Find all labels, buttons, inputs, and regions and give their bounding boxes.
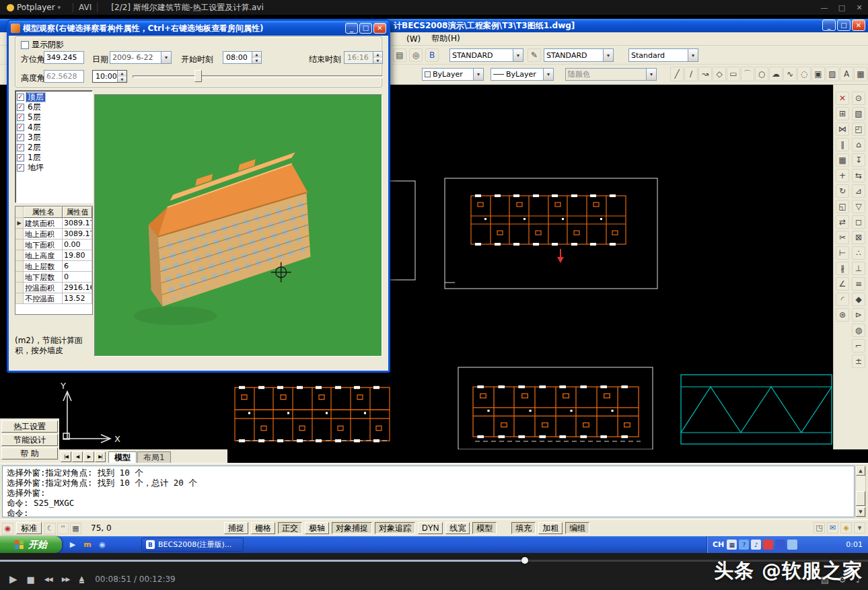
quick-dim-icon[interactable]: ▽ [852,200,865,213]
chevron-down-icon[interactable] [688,49,698,61]
center-mark-icon[interactable]: ≡ [852,277,865,291]
table-row[interactable]: 地上层数 6 [15,261,92,272]
model-3d-viewport[interactable] [94,94,382,357]
becs-icon[interactable]: B [425,48,439,62]
explode-icon[interactable]: ⊛ [836,308,849,322]
text-style-combo[interactable]: STANDARD [449,48,523,62]
player-minimize-button[interactable]: — [816,0,833,15]
dim-update-icon[interactable]: ◍ [852,324,865,337]
tray-network-icon[interactable] [787,540,797,550]
show-shadow-checkbox[interactable]: 显示阴影 [21,39,64,50]
workspace-label[interactable]: 标准 [16,522,42,534]
chevron-down-icon[interactable] [161,52,171,63]
moon-mini-icon[interactable]: ☾ [44,523,56,534]
menu-item[interactable]: 帮助(H) [426,33,465,44]
table-style-combo[interactable]: Standard [628,48,698,62]
table-row[interactable]: 地上高度 19.80 [15,250,92,261]
thermal-settings-button[interactable]: 热工设置 [1,420,58,433]
dialog-maximize-button[interactable]: □ [359,23,372,34]
toggle-model[interactable]: 模型 [472,522,497,534]
quote-mini-icon[interactable]: '' [57,523,69,534]
quicklaunch-media-icon[interactable]: ◉ [97,539,108,550]
floor-item[interactable]: ✓ 1层 [17,153,91,162]
tab-model[interactable]: 模型 [108,451,137,463]
tray-help-icon[interactable]: ? [739,540,749,550]
checkbox-icon[interactable]: ✓ [17,104,24,111]
floor-item[interactable]: ✓ 3层 [17,133,91,142]
dim-linear-icon[interactable]: ⊙ [852,91,865,105]
slider-thumb[interactable] [194,70,202,82]
construction-line-icon[interactable]: ∕ [684,67,698,81]
cad-maximize-button[interactable]: □ [837,20,851,31]
scroll-thumb[interactable] [856,491,865,506]
column-header[interactable]: 属性名 [24,207,63,218]
arc-icon[interactable]: ⌒ [741,67,754,81]
toolbar-lock-icon[interactable]: ◈ [840,522,852,533]
play-button[interactable]: ▶ [9,573,17,585]
toggle-dyn[interactable]: DYN [418,522,443,534]
toggle-polar[interactable]: 极轴 [305,522,329,534]
help-button[interactable]: 帮 助 [1,447,58,459]
mirror-icon[interactable]: ⋈ [836,122,849,136]
dim-arc-icon[interactable]: ◰ [852,122,865,136]
menu-item[interactable]: (W) [401,34,426,44]
dim-radius-icon[interactable]: ↧ [852,153,865,167]
player-menu-button[interactable]: Potplayer ▾ [0,3,67,12]
dim-baseline-icon[interactable]: ◻ [852,215,865,229]
style-brush-icon[interactable]: ✎ [528,48,541,62]
language-indicator[interactable]: CH [713,540,724,549]
line-icon[interactable]: ╱ [670,67,684,81]
toggle-otrack[interactable]: 对象追踪 [375,522,415,534]
start-time-spinner[interactable]: 08:00 ▲▼ [223,51,262,64]
spin-down-icon[interactable]: ▼ [252,58,261,64]
print-icon[interactable]: ▤ [393,48,406,62]
chamfer-icon[interactable]: ∠ [836,277,849,291]
table-row[interactable]: 控温面积 2916.16 [15,283,92,293]
checkbox-icon[interactable]: ✓ [17,144,24,151]
toggle-snap[interactable]: 捕捉 [224,522,248,534]
quicklaunch-player-icon[interactable]: ▶ [67,539,78,550]
command-history[interactable]: 选择外窗:指定对角点: 找到 10 个选择外窗:指定对角点: 找到 10 个，总… [2,466,855,517]
slider-track[interactable] [133,75,383,78]
open-file-button[interactable]: ▲ [79,575,85,583]
move-icon[interactable]: + [836,169,849,182]
grid-mini-icon[interactable]: ▦ [70,523,81,534]
comm-center-icon[interactable]: ✉ [827,522,838,533]
status-menu-icon[interactable]: ▾ [854,522,865,533]
tolerance-icon[interactable]: ⊥ [852,262,865,275]
tray-keyboard-icon[interactable]: ▦ [727,540,737,550]
polygon-icon[interactable]: ◇ [713,67,726,81]
floor-item[interactable]: ✓ 顶层 [17,92,91,102]
erase-icon[interactable]: ✕ [836,91,849,105]
table-icon[interactable]: ▦ [854,67,867,81]
tab-prev-icon[interactable]: ◀ [72,451,83,462]
ellipse-icon[interactable]: ◌ [797,67,811,81]
dim-text-edit-icon[interactable]: ⊳ [852,308,865,322]
chevron-down-icon[interactable] [603,49,613,61]
polyline-icon[interactable]: ↝ [698,67,712,81]
app-status-icon[interactable]: ◉ [2,523,13,534]
azimuth-input[interactable] [44,51,84,64]
checkbox-icon[interactable]: ✓ [17,114,24,121]
preview-icon[interactable]: ◎ [409,48,423,62]
energy-design-button[interactable]: 节能设计 [1,434,58,446]
text-icon[interactable]: A [840,67,853,81]
player-maximize-button[interactable]: □ [833,0,851,15]
checkbox-icon[interactable] [21,41,29,49]
tab-next-icon[interactable]: ▶ [83,451,94,462]
checkbox-icon[interactable]: ✓ [17,124,24,131]
checkbox-icon[interactable]: ✓ [17,134,24,141]
dim-style-icon[interactable]: ⌐ [852,339,865,353]
dim-edit-icon[interactable]: ◆ [852,293,865,306]
stop-button[interactable]: ■ [27,575,35,585]
floor-item[interactable]: ✓ 5层 [17,112,91,122]
floor-item[interactable]: ✓ 2层 [17,143,91,152]
tray-im-icon[interactable] [775,540,785,550]
scale-icon[interactable]: ◱ [836,200,849,213]
rotate-icon[interactable]: ↻ [836,184,849,198]
floor-item[interactable]: ✓ 地坪 [17,163,91,172]
tray-antivirus-icon[interactable] [763,540,773,550]
trim-icon[interactable]: ✂ [836,231,849,244]
previous-button[interactable]: ◀◀ [44,576,52,583]
revcloud-icon[interactable]: ☁ [769,67,783,81]
